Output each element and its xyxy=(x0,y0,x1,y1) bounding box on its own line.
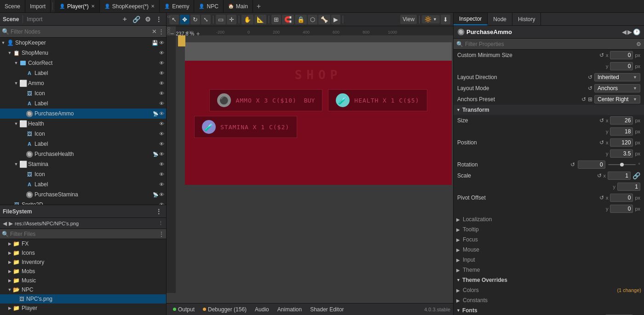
fs-filter-input[interactable] xyxy=(10,231,157,237)
fs-back-btn[interactable]: ◀ xyxy=(3,220,7,227)
fs-item-mobs[interactable]: ▶ 📁 Mobs xyxy=(0,267,166,276)
tree-node-label3[interactable]: A Label 👁 xyxy=(0,139,166,149)
prop-group-localization[interactable]: ▶ Localization xyxy=(454,214,644,224)
eye-icon-ammo[interactable]: 👁 xyxy=(159,80,164,86)
tree-arrow-stamina[interactable]: ▼ xyxy=(13,162,19,166)
prop-reset-min-size[interactable]: ↺ xyxy=(599,52,604,58)
rect-tool-btn[interactable]: ▭ xyxy=(216,15,226,24)
fs-item-music[interactable]: ▶ 📁 Music xyxy=(0,276,166,285)
scene-menu-btn[interactable]: ⋮ xyxy=(154,15,163,24)
filter-properties-input[interactable] xyxy=(465,41,634,47)
scale-tool-btn[interactable]: ⤡ xyxy=(201,15,211,24)
fs-forward-btn[interactable]: ▶ xyxy=(9,220,13,227)
prop-group-colors[interactable]: ▶ Colors (1 change) xyxy=(454,285,644,295)
insp-history-btn[interactable]: 🕐 xyxy=(633,29,640,35)
bone-btn[interactable]: 🦴 xyxy=(318,15,330,24)
debugger-tab[interactable]: Debugger (156) xyxy=(199,304,250,315)
eye-icon-label3[interactable]: 👁 xyxy=(159,141,164,147)
prop-input-pivot-y[interactable] xyxy=(610,205,633,213)
eye-icon-purchasehealth[interactable]: 👁 xyxy=(159,151,164,157)
tree-node-label2[interactable]: A Label 👁 xyxy=(0,98,166,109)
tab-enemy[interactable]: 👤 Enemy xyxy=(160,0,194,12)
tree-arrow-shopkeeper[interactable]: ▼ xyxy=(0,40,6,45)
fs-filter-options-icon[interactable]: ⋮ xyxy=(159,231,164,237)
canvas-area[interactable]: -400 -200 0 200 400 600 800 1000 -200 0 … xyxy=(167,26,453,303)
eye-icon-sprite2d[interactable]: 👁 xyxy=(159,202,164,205)
tab-player[interactable]: 👤 Player(*) ✕ xyxy=(55,0,100,12)
eye-icon-stamina[interactable]: 👁 xyxy=(159,161,164,167)
tab-inspector[interactable]: Inspector xyxy=(454,13,488,25)
tab-shopkeeper-close[interactable]: ✕ xyxy=(151,4,155,9)
prop-reset-size[interactable]: ↺ xyxy=(599,117,604,124)
eye-icon-icon1[interactable]: 👁 xyxy=(159,91,164,96)
rotate-tool-btn[interactable]: ↻ xyxy=(190,15,200,24)
filter-props-options-icon[interactable]: ⚙ xyxy=(636,41,641,47)
scene-filter-clear-icon[interactable]: ✕ xyxy=(152,28,157,35)
prop-dropdown-layout-direction[interactable]: Inherited ▼ xyxy=(594,73,640,81)
tree-node-purchasehealth[interactable]: 🔘 PurchaseHealth 📡 👁 xyxy=(0,149,166,159)
tree-arrow-ammo[interactable]: ▼ xyxy=(13,81,19,86)
prop-group-constants[interactable]: ▶ Constants xyxy=(454,295,644,305)
shop-item-ammo[interactable]: ⚫ AMMO X 3 C($10) BUY xyxy=(209,89,322,111)
tree-node-purchaseammo[interactable]: 🔘 PurchaseAmmo 📡 👁 xyxy=(0,109,166,119)
prop-reset-scale[interactable]: ↺ xyxy=(597,172,602,179)
insp-expand-right-btn[interactable]: ▶ xyxy=(627,29,632,35)
group-btn[interactable]: ⬡ xyxy=(308,15,317,24)
fs-item-player[interactable]: ▶ 📁 Player xyxy=(0,304,166,313)
tree-arrow-colorrect[interactable]: ▼ xyxy=(13,61,19,65)
tree-node-colorrect[interactable]: ▼ ColorRect 👁 xyxy=(0,58,166,68)
tab-shopkeeper[interactable]: 👤 ShopKeeper(*) ✕ xyxy=(100,0,160,12)
fs-item-fx[interactable]: ▶ 📁 FX xyxy=(0,239,166,248)
prop-reset-layout-mode[interactable]: ↺ xyxy=(588,85,592,92)
grid-btn[interactable]: ⊞ xyxy=(271,15,281,24)
prop-reset-pivot[interactable]: ↺ xyxy=(599,195,604,201)
display-mode-dropdown[interactable]: 🔆 ▼ xyxy=(422,15,440,23)
eye-icon-label1[interactable]: 👁 xyxy=(159,70,164,76)
pivot-btn[interactable]: ✛ xyxy=(227,15,236,24)
eye-icon-purchasestamina[interactable]: 👁 xyxy=(159,192,164,197)
scene-filter-options-icon[interactable]: ⋮ xyxy=(158,28,164,35)
output-tab[interactable]: Output xyxy=(169,304,198,315)
prop-dropdown-layout-mode[interactable]: Anchors ▼ xyxy=(594,84,640,92)
anim-btn[interactable]: ▶ xyxy=(331,15,340,24)
scene-options-btn[interactable]: ⚙ xyxy=(144,15,152,24)
prop-reset-layout-direction[interactable]: ↺ xyxy=(588,74,592,80)
prop-input-rotation[interactable] xyxy=(578,160,605,169)
prop-reset-anchors[interactable]: ↺ xyxy=(581,96,586,103)
tab-player-close[interactable]: ✕ xyxy=(91,4,95,9)
anchors-icon-btn[interactable]: ⊞ xyxy=(588,96,592,103)
tab-scene[interactable]: Scene xyxy=(0,0,25,12)
deploy-btn[interactable]: ⬇ xyxy=(441,15,450,24)
eye-icon-purchaseammo[interactable]: 👁 xyxy=(159,111,164,116)
add-node-btn[interactable]: ＋ xyxy=(120,14,129,24)
tab-import[interactable]: Import xyxy=(25,0,51,12)
shader-editor-tab[interactable]: Shader Editor xyxy=(306,304,347,315)
tree-arrow-shopmenu[interactable]: ▼ xyxy=(6,51,13,55)
tree-node-icon2[interactable]: 🖼 Icon 👁 xyxy=(0,129,166,139)
chain-scale-icon[interactable]: 🔗 xyxy=(632,172,640,179)
prop-input-pos-x[interactable] xyxy=(610,138,633,147)
prop-input-size-y[interactable] xyxy=(610,127,633,136)
fs-menu-btn[interactable]: ⋮ xyxy=(154,207,163,216)
eye-icon-icon3[interactable]: 👁 xyxy=(159,172,164,177)
tree-node-health[interactable]: ▼ ⬜ Health 👁 xyxy=(0,119,166,129)
tree-node-ammo[interactable]: ▼ ⬜ Ammo 👁 xyxy=(0,78,166,88)
prop-input-min-size-y[interactable] xyxy=(610,62,633,70)
shop-item-stamina[interactable]: 🧪 STAMINA X 1 C($2) xyxy=(194,116,297,138)
animation-tab[interactable]: Animation xyxy=(274,304,305,315)
prop-group-input[interactable]: ▶ Input xyxy=(454,255,644,265)
eye-icon-label4[interactable]: 👁 xyxy=(159,182,164,187)
rotation-slider[interactable] xyxy=(608,164,636,165)
shop-item-ammo-buy[interactable]: BUY xyxy=(304,97,315,104)
zoom-plus-btn[interactable]: + xyxy=(196,30,200,37)
view-btn[interactable]: View xyxy=(400,15,417,24)
prop-group-tooltip[interactable]: ▶ Tooltip xyxy=(454,224,644,235)
eye-icon-colorrect[interactable]: 👁 xyxy=(159,60,164,66)
tree-node-label1[interactable]: A Label 👁 xyxy=(0,68,166,78)
insp-expand-btn[interactable]: ◀ xyxy=(622,29,627,35)
prop-input-pos-y[interactable] xyxy=(610,149,633,158)
prop-dropdown-anchors[interactable]: Center Right ▼ xyxy=(594,95,640,103)
tree-node-sprite2d[interactable]: 🖼 Sprite2D 👁 xyxy=(0,200,166,205)
tree-node-stamina[interactable]: ▼ ⬜ Stamina 👁 xyxy=(0,159,166,169)
prop-group-theme[interactable]: ▶ Theme xyxy=(454,265,644,275)
